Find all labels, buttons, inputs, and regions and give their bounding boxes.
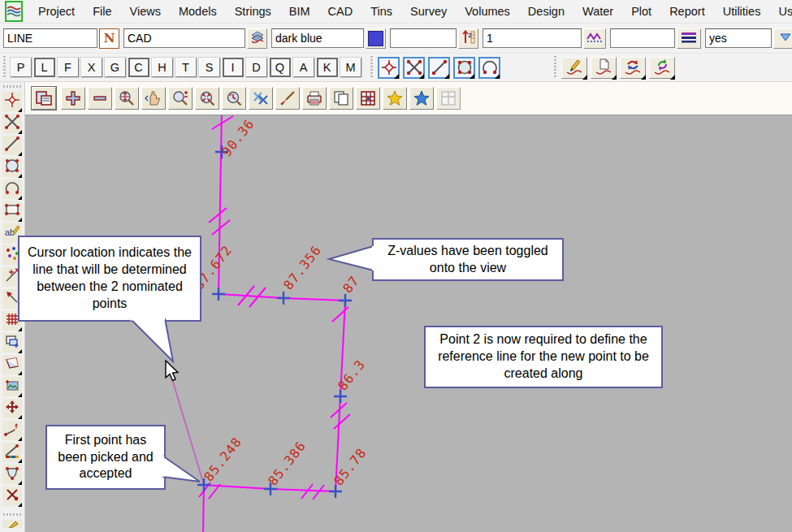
weight-picker-button[interactable]	[583, 28, 606, 49]
mode-button-s[interactable]: S	[199, 58, 220, 77]
polygon-button[interactable]	[2, 465, 22, 484]
mode-button-g[interactable]: G	[105, 58, 126, 77]
face-button[interactable]	[2, 355, 22, 374]
create-arc-button[interactable]	[2, 179, 22, 199]
zoom-extents-button[interactable]	[115, 87, 139, 110]
menu-item-water[interactable]: Water	[573, 5, 622, 18]
redraw-button[interactable]	[275, 87, 300, 110]
mode-button-f[interactable]: F	[58, 58, 79, 77]
model-picker-button[interactable]	[247, 28, 267, 49]
zoom-button[interactable]	[168, 87, 193, 110]
string-name-input[interactable]	[3, 28, 97, 48]
create-text-button[interactable]: ab	[2, 223, 22, 243]
name-toggle-button[interactable]: N	[99, 28, 119, 49]
mode-button-i[interactable]: I	[223, 58, 244, 77]
string-info-button[interactable]	[591, 57, 617, 79]
linestyle-input[interactable]	[610, 28, 675, 48]
toolbar-grip[interactable]	[369, 56, 374, 79]
model-field	[123, 28, 267, 49]
tinable-input[interactable]	[705, 28, 772, 48]
colour-picker-button[interactable]	[366, 28, 386, 49]
intersection-snap-button[interactable]	[403, 57, 425, 79]
mode-button-p[interactable]: P	[11, 58, 32, 77]
shrink-button[interactable]	[195, 87, 219, 110]
pick-direction-button[interactable]	[2, 289, 22, 309]
reverse-string-button[interactable]	[620, 57, 646, 79]
view-menu-button[interactable]	[32, 87, 56, 110]
line-snap-button[interactable]	[428, 57, 450, 79]
menu-item-utilities[interactable]: Utilities	[714, 5, 770, 18]
menu-item-cad[interactable]: CAD	[319, 5, 362, 18]
favourites-star-button[interactable]	[383, 87, 407, 110]
height-input[interactable]	[390, 28, 457, 48]
zoom-in-button[interactable]	[61, 87, 85, 110]
menu-item-views[interactable]: Views	[121, 5, 170, 18]
mode-button-k[interactable]: K	[317, 58, 338, 77]
move-element-button[interactable]	[2, 399, 22, 418]
menu-item-design[interactable]: Design	[519, 5, 573, 18]
delete-button[interactable]	[2, 487, 22, 506]
window-layout-button[interactable]	[436, 87, 461, 110]
edit-string-button[interactable]	[561, 57, 587, 79]
mode-button-x[interactable]: X	[81, 58, 102, 77]
toolbar-grip[interactable]	[552, 56, 558, 79]
move-point-button[interactable]	[2, 267, 22, 287]
height-picker-button[interactable]: z	[458, 28, 478, 49]
image-button[interactable]	[2, 377, 22, 396]
toolbar-grip[interactable]	[3, 512, 21, 517]
linestyle-picker-button[interactable]	[677, 28, 701, 49]
clipped-tool-button[interactable]	[2, 520, 22, 528]
create-point-button[interactable]	[2, 92, 22, 111]
grid-button[interactable]	[2, 311, 22, 331]
models-grid-button[interactable]	[356, 87, 380, 110]
create-rectangle-button[interactable]	[2, 201, 22, 221]
zoom-out-button[interactable]	[88, 87, 112, 110]
mode-button-q[interactable]: Q	[270, 58, 291, 77]
menu-item-volumes[interactable]: Volumes	[456, 5, 519, 18]
menu-item-project[interactable]: Project	[29, 5, 84, 18]
menu-item-tins[interactable]: Tins	[361, 5, 401, 18]
toolbar-grip[interactable]	[3, 84, 21, 89]
mode-button-d[interactable]: D	[246, 58, 267, 77]
tinable-dropdown-button[interactable]	[773, 28, 792, 49]
menu-item-user[interactable]: User	[769, 5, 792, 18]
copy-view-button[interactable]	[329, 87, 353, 110]
arc-snap-button[interactable]	[478, 57, 500, 79]
mode-button-h[interactable]: H	[152, 58, 173, 77]
menu-item-bim[interactable]: BIM	[280, 5, 319, 18]
menu-item-file[interactable]: File	[84, 5, 120, 18]
plan-view-canvas[interactable]: 90.36 87.672 87.356 87 86.3 85.78 85.248…	[25, 115, 792, 532]
pan-button[interactable]	[141, 87, 166, 110]
mode-button-c[interactable]: C	[128, 58, 149, 77]
previous-view-button[interactable]	[222, 87, 246, 110]
snap-star-button[interactable]	[409, 87, 434, 110]
menu-item-models[interactable]: Models	[170, 5, 226, 18]
create-line-button[interactable]	[2, 136, 22, 155]
menu-item-strings[interactable]: Strings	[226, 5, 280, 18]
copy-element-button[interactable]	[2, 333, 22, 353]
circle-snap-button[interactable]	[453, 57, 475, 79]
mode-button-m[interactable]: M	[340, 58, 361, 77]
menu-item-survey[interactable]: Survey	[401, 5, 456, 18]
application-window: ProjectFileViewsModelsStringsBIMCADTinsS…	[0, 0, 792, 532]
mode-button-a[interactable]: A	[293, 58, 314, 77]
toggle-strings-button[interactable]	[249, 87, 273, 110]
model-input[interactable]	[123, 28, 245, 48]
segment-colours-button[interactable]	[2, 443, 22, 462]
menu-item-plot[interactable]: Plot	[622, 5, 660, 18]
create-points-button[interactable]	[2, 245, 22, 265]
create-intersection-button[interactable]	[2, 114, 22, 133]
point-snap-button[interactable]	[378, 57, 400, 79]
plot-button[interactable]	[302, 87, 327, 110]
recycle-arrows-wave-icon	[652, 66, 672, 78]
menu-item-report[interactable]: Report	[660, 5, 714, 18]
extend-line-button[interactable]	[2, 421, 22, 440]
colour-input[interactable]	[271, 28, 364, 48]
menu-items: ProjectFileViewsModelsStringsBIMCADTinsS…	[29, 0, 792, 23]
create-circle-button[interactable]	[2, 158, 22, 177]
recalc-string-button[interactable]	[649, 57, 675, 79]
weight-input[interactable]	[483, 28, 582, 48]
toolbar-grip[interactable]	[2, 56, 7, 79]
mode-button-l[interactable]: L	[34, 58, 55, 77]
mode-button-t[interactable]: T	[175, 58, 197, 77]
